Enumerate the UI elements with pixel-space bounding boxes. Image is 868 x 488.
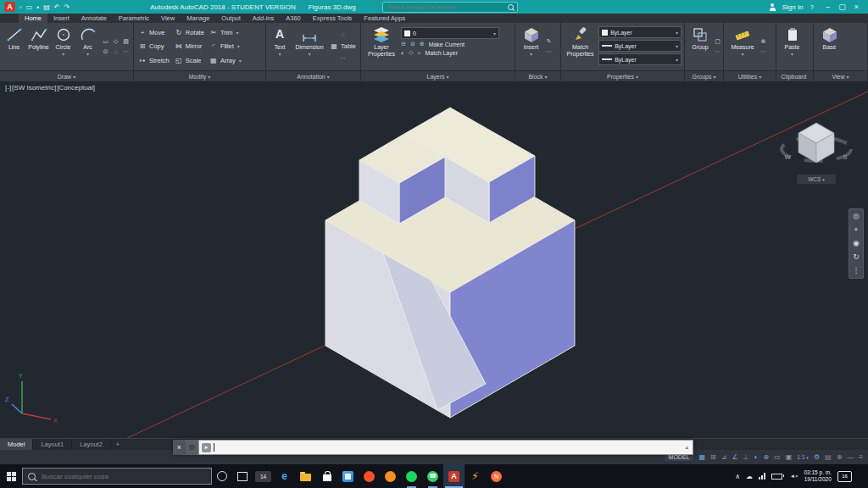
taskbar-app-store[interactable] <box>316 464 337 488</box>
tab-layout1[interactable]: Layout1 <box>33 439 72 450</box>
tab-home[interactable]: Home <box>19 14 47 23</box>
pan-icon[interactable]: + <box>854 226 858 234</box>
taskbar-badge[interactable]: 14 <box>255 471 271 482</box>
help-search-input[interactable] <box>387 4 505 10</box>
polar-tracking-icon[interactable]: ∠ <box>732 453 737 461</box>
autocad-logo-icon[interactable]: A <box>4 2 15 12</box>
scale-button[interactable]: ◱Scale <box>173 55 206 66</box>
more-annotation-icon[interactable]: ⋯ <box>328 55 358 62</box>
panel-title-block[interactable]: Block <box>515 70 560 81</box>
more-nav-tools-icon[interactable]: ⋮ <box>853 267 860 274</box>
undo-icon[interactable]: ↶ <box>54 3 60 11</box>
customization-menu-icon[interactable]: ≡ <box>859 453 863 461</box>
measure-button[interactable]: Measure <box>726 25 759 69</box>
tab-a360[interactable]: A360 <box>280 14 307 23</box>
maximize-button[interactable]: ▢ <box>835 3 849 11</box>
panel-title-modify[interactable]: Modify <box>134 70 265 81</box>
polygon-icon[interactable]: ◇ <box>111 37 120 47</box>
line-tool-button[interactable]: Line <box>3 25 25 69</box>
clock[interactable]: 03:15 p. m. 19/11/2020 <box>804 469 832 483</box>
hidden-icons-chevron[interactable]: ∧ <box>735 473 740 480</box>
layer-tool-icons-3[interactable]: ⊕ <box>420 41 426 47</box>
workspace-switching-icon[interactable]: ⚙ <box>814 453 820 461</box>
match-properties-button[interactable]: Match Properties <box>564 25 597 69</box>
fillet-button[interactable]: ◜Fillet <box>208 41 243 52</box>
action-center-button[interactable]: 16 <box>837 471 852 482</box>
start-button[interactable] <box>0 464 22 488</box>
taskbar-app-nitro[interactable]: N <box>486 464 507 488</box>
mirror-button[interactable]: ⋈Mirror <box>173 41 206 52</box>
more-utilities-icon[interactable]: ⋯ <box>760 48 766 55</box>
match-layer-button[interactable]: Match Layer <box>425 50 458 56</box>
stretch-button[interactable]: ↦Stretch <box>136 55 171 66</box>
layer-select-dropdown[interactable]: 0 ▾ <box>401 27 499 39</box>
object-snap-tracking-icon[interactable]: ◐ <box>754 453 759 461</box>
base-view-button[interactable]: Base <box>816 25 843 69</box>
rectangle-icon[interactable]: ▭ <box>101 37 110 47</box>
command-customize-icon[interactable]: ⚙ <box>186 440 198 455</box>
zoom-icon[interactable]: ◉ <box>853 240 860 247</box>
more-draw-icon[interactable]: ⋯ <box>121 47 131 57</box>
taskbar-app-edge[interactable]: e <box>274 464 295 488</box>
wcs-dropdown[interactable]: WCS <box>797 175 836 184</box>
layer-tool-icons-5[interactable]: ◇ <box>409 49 415 56</box>
isodraft-toggle-icon[interactable]: ⊿ <box>721 453 727 461</box>
hatch-icon[interactable]: ▨ <box>121 37 131 47</box>
tab-parametric[interactable]: Parametric <box>113 14 155 23</box>
taskbar-app-whatsapp[interactable]: ☎ <box>422 464 443 488</box>
save-icon[interactable]: ▪ <box>36 3 39 11</box>
viewport-visual-style-control[interactable]: [Conceptual] <box>57 84 95 92</box>
layer-tool-icons-6[interactable]: ≈ <box>418 50 423 56</box>
tab-insert[interactable]: Insert <box>47 14 75 23</box>
ungroup-icon[interactable]: ▢ <box>715 38 721 45</box>
tab-addins[interactable]: Add-ins <box>247 14 280 23</box>
command-close-icon[interactable]: × <box>173 440 186 455</box>
help-icon[interactable]: ? <box>810 3 814 11</box>
cortana-button[interactable] <box>212 464 232 488</box>
panel-title-layers[interactable]: Layers <box>361 70 515 81</box>
panel-title-properties[interactable]: Properties <box>561 70 684 81</box>
solid-model[interactable] <box>326 108 575 418</box>
minimize-button[interactable]: – <box>821 3 835 11</box>
model-space-canvas[interactable]: W S Y X Z [-] [SW Isometric] [Conceptual… <box>0 81 868 438</box>
viewport-view-control[interactable]: [SW Isometric] <box>12 84 56 92</box>
rotate-button[interactable]: ↻Rotate <box>173 27 206 38</box>
layer-tool-icons-2[interactable]: ⊘ <box>410 41 417 47</box>
taskbar-app-autocad[interactable]: A <box>443 464 465 488</box>
open-file-icon[interactable]: ▭ <box>26 3 33 11</box>
more-groups-icon[interactable]: ⋯ <box>715 48 721 55</box>
taskbar-app-ccleaner[interactable]: ⚡ <box>465 464 486 488</box>
tab-express-tools[interactable]: Express Tools <box>307 14 359 23</box>
new-layout-button[interactable]: + <box>111 439 125 450</box>
tab-view[interactable]: View <box>155 14 181 23</box>
paste-button[interactable]: Paste <box>779 25 805 69</box>
copy-button[interactable]: ⊞Copy <box>136 41 171 52</box>
network-icon[interactable] <box>759 473 765 480</box>
panel-title-view[interactable]: View <box>814 70 867 81</box>
viewport-menu-control[interactable]: [-] <box>5 84 11 92</box>
tab-model[interactable]: Model <box>0 439 33 450</box>
revision-cloud-icon[interactable]: ◌ <box>111 47 120 57</box>
grid-toggle-icon[interactable]: ▦ <box>698 453 705 461</box>
taskbar-app-spotify[interactable] <box>401 464 422 488</box>
taskbar-app-brave[interactable] <box>359 464 380 488</box>
redo-icon[interactable]: ↷ <box>64 3 70 11</box>
table-button[interactable]: ▦Table <box>328 41 358 52</box>
array-button[interactable]: ▦Array <box>208 55 243 66</box>
layer-tool-icons-1[interactable]: ⊖ <box>401 41 408 47</box>
taskbar-app-photos[interactable] <box>337 464 359 488</box>
dimension-tool-button[interactable]: Dimension <box>292 25 326 69</box>
lineweight-dropdown[interactable]: ByLayer ▾ <box>598 40 682 52</box>
arc-tool-button[interactable]: Arc <box>76 25 99 69</box>
tab-manage[interactable]: Manage <box>181 14 215 23</box>
annotation-monitor-icon[interactable]: ▤ <box>825 453 832 461</box>
circle-tool-button[interactable]: Circle <box>52 25 75 69</box>
orbit-icon[interactable]: ↻ <box>853 253 860 261</box>
layer-properties-button[interactable]: Layer Properties <box>364 25 399 69</box>
viewcube-south-label[interactable]: S <box>843 153 847 161</box>
more-block-icon[interactable]: ⋯ <box>546 48 552 55</box>
tab-output[interactable]: Output <box>215 14 247 23</box>
tab-layout2[interactable]: Layout2 <box>72 439 111 450</box>
volume-muted-icon[interactable]: ◄× <box>790 474 798 479</box>
panel-title-annotation[interactable]: Annotation <box>266 70 360 81</box>
